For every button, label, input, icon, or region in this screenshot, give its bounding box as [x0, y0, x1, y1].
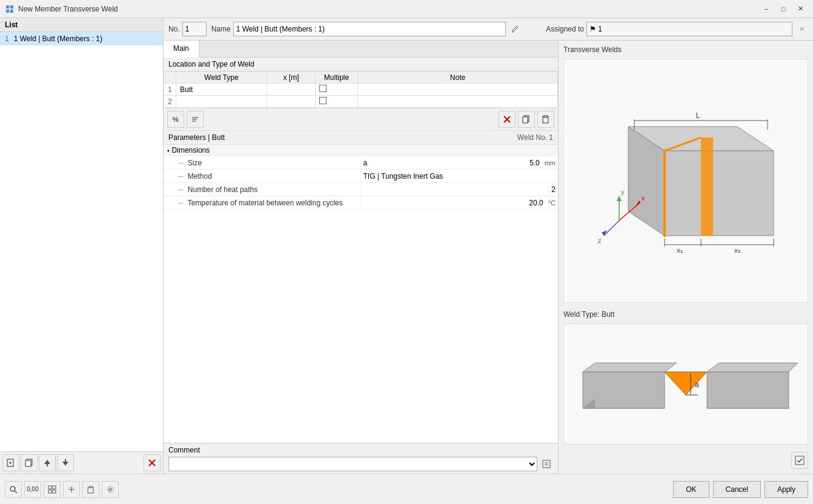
comment-label: Comment — [168, 446, 200, 454]
tab-main[interactable]: Main — [164, 41, 199, 58]
svg-point-76 — [109, 488, 111, 491]
method-value: TIG | Tungsten Inert Gas — [363, 172, 443, 181]
assigned-group: Assigned to ✕ — [546, 22, 808, 36]
search-tool-button[interactable] — [5, 481, 22, 498]
bottom-right-buttons: OK Cancel Apply — [673, 481, 808, 498]
no-input[interactable] — [182, 22, 207, 36]
svg-point-66 — [10, 486, 15, 491]
param-name-size: ─ Size — [164, 158, 361, 168]
move-up-button[interactable] — [39, 454, 56, 471]
svg-rect-7 — [25, 460, 31, 466]
delete-row-button[interactable] — [499, 111, 516, 128]
content-area: Main Location and Type of Weld Weld Type… — [164, 41, 813, 474]
close-button[interactable]: ✕ — [792, 3, 808, 15]
col-header-multiple: Multiple — [316, 72, 358, 84]
value-tool-button[interactable]: 0,00 — [24, 481, 41, 498]
row-num-2: 2 — [164, 96, 176, 108]
assigned-label: Assigned to — [546, 25, 584, 33]
settings-tool-button[interactable] — [102, 481, 119, 498]
params-header: Parameters | Butt Weld No. 1 — [164, 131, 558, 145]
diagram-action-button[interactable] — [791, 452, 808, 469]
left-panel-toolbar — [0, 451, 163, 474]
transverse-diagram-box: x y z L — [563, 59, 808, 303]
assigned-clear-button[interactable]: ✕ — [795, 22, 808, 36]
table-toolbar-right — [499, 111, 554, 128]
transverse-label: Transverse Welds — [563, 45, 808, 54]
svg-marker-54 — [707, 372, 789, 408]
collapse-btn[interactable]: ▪ — [167, 147, 170, 154]
svg-marker-55 — [665, 372, 707, 395]
assigned-input[interactable] — [586, 22, 792, 36]
maximize-button[interactable]: □ — [775, 3, 791, 15]
app-icon — [5, 4, 15, 14]
cell-x-2[interactable] — [267, 96, 316, 108]
col-header-note: Note — [358, 72, 558, 84]
window-title: New Member Transverse Weld — [18, 5, 758, 13]
dimensions-section: ▪ Dimensions — [164, 145, 558, 156]
weld-type-label: Weld Type: Butt — [563, 310, 808, 319]
svg-text:x₁: x₁ — [677, 247, 683, 254]
param-row-temperature: ─ Temperature of material between weldin… — [164, 196, 558, 210]
cell-note-1[interactable] — [358, 84, 558, 96]
move-down-button[interactable] — [57, 454, 74, 471]
copy-button[interactable] — [21, 454, 38, 471]
list-header: List — [0, 18, 163, 32]
svg-marker-32 — [701, 138, 713, 236]
comment-select[interactable] — [168, 457, 537, 471]
diagram-panel: Transverse Welds — [559, 41, 813, 474]
bottom-toolbar: 0,00 OK Cancel Apply — [0, 474, 813, 504]
weld-no-label: Weld No. 1 — [517, 133, 553, 142]
checkbox-2[interactable] — [319, 97, 327, 104]
sort-button[interactable] — [187, 111, 204, 128]
grid-tool-button[interactable] — [44, 481, 61, 498]
apply-button[interactable]: Apply — [765, 481, 808, 498]
name-edit-button[interactable] — [508, 22, 522, 36]
param-value-method: TIG | Tungsten Inert Gas — [361, 171, 559, 182]
transverse-weld-svg: x y z L — [568, 102, 804, 260]
row-num-1: 1 — [164, 84, 176, 96]
svg-marker-63 — [707, 363, 798, 372]
comment-row — [168, 457, 553, 471]
cell-note-2[interactable] — [358, 96, 558, 108]
svg-text:y: y — [621, 188, 625, 196]
name-input[interactable] — [233, 22, 506, 36]
window-controls: − □ ✕ — [758, 3, 808, 15]
cancel-button[interactable]: Cancel — [713, 481, 761, 498]
table-row[interactable]: 2 — [164, 96, 558, 108]
new-button[interactable] — [2, 454, 19, 471]
paste-tool-button[interactable] — [82, 481, 99, 498]
cell-multiple-2[interactable] — [316, 96, 358, 108]
percent-button[interactable]: % — [167, 111, 184, 128]
temp-value: 20.0 — [529, 199, 543, 207]
param-row-heat-paths: ─ Number of heat paths 2 — [164, 183, 558, 196]
ok-button[interactable]: OK — [673, 481, 709, 498]
svg-rect-21 — [523, 117, 528, 123]
cell-multiple-1[interactable] — [316, 84, 358, 96]
svg-text:L: L — [696, 111, 700, 120]
cell-type-1[interactable]: Butt — [176, 84, 267, 96]
list-content: 1 1 Weld | Butt (Members : 1) — [0, 32, 163, 451]
minimize-button[interactable]: − — [758, 3, 774, 15]
svg-text:z: z — [598, 237, 602, 244]
param-name-heat-paths: ─ Number of heat paths — [164, 184, 361, 195]
paste-row-button[interactable] — [537, 111, 554, 128]
view-tool-button[interactable] — [63, 481, 80, 498]
svg-marker-62 — [583, 363, 677, 372]
svg-rect-9 — [47, 464, 48, 466]
title-bar: New Member Transverse Weld − □ ✕ — [0, 0, 813, 18]
svg-rect-69 — [53, 486, 56, 489]
table-row[interactable]: 1 Butt — [164, 84, 558, 96]
svg-rect-75 — [88, 488, 93, 493]
params-title: Parameters | Butt — [168, 133, 225, 142]
list-item[interactable]: 1 1 Weld | Butt (Members : 1) — [0, 32, 163, 45]
col-header-x: x [m] — [267, 72, 316, 84]
cell-x-1[interactable] — [267, 84, 316, 96]
cell-type-2[interactable] — [176, 96, 267, 108]
svg-marker-29 — [665, 151, 774, 236]
temp-unit: °C — [548, 199, 556, 207]
checkbox-1[interactable] — [319, 85, 327, 92]
comment-edit-button[interactable] — [540, 457, 553, 471]
delete-list-button[interactable] — [144, 454, 161, 471]
name-label: Name — [211, 25, 231, 33]
copy-row-button[interactable] — [518, 111, 535, 128]
